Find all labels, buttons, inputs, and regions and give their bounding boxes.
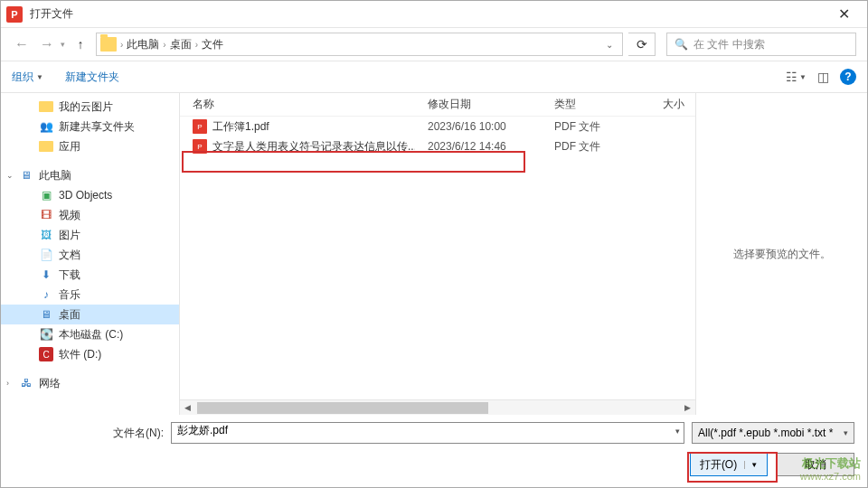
sidebar-item-downloads[interactable]: ⬇下载 [1,265,179,285]
caret-down-icon[interactable]: ▾ [675,427,680,436]
cancel-button[interactable]: 取消 [777,453,854,476]
file-list[interactable]: P工作簿1.pdf 2023/6/16 10:00 PDF 文件 P文字是人类用… [180,117,695,399]
column-date[interactable]: 修改日期 [415,97,542,112]
folder-icon [39,141,53,152]
sidebar-item-cloud-pics[interactable]: 我的云图片 [1,97,179,117]
back-button[interactable]: ← [12,34,32,54]
file-type: PDF 文件 [542,119,650,135]
sidebar-item-desktop[interactable]: 🖥桌面 [1,305,179,324]
pdf-icon: P [193,119,207,134]
breadcrumb-item-desktop[interactable]: 桌面 [170,37,192,52]
sidebar-item-disk-d[interactable]: C软件 (D:) [1,344,179,364]
desktop-icon: 🖥 [39,307,53,322]
3d-icon: ▣ [39,188,53,202]
help-button[interactable]: ? [840,69,856,85]
sidebar-item-shared[interactable]: 👥新建共享文件夹 [1,117,179,136]
sidebar-item-music[interactable]: ♪音乐 [1,285,179,305]
disk-icon: C [39,347,53,361]
search-placeholder: 在 文件 中搜索 [693,37,765,52]
close-button[interactable]: ✕ [826,2,862,27]
new-folder-button[interactable]: 新建文件夹 [65,70,119,85]
history-dropdown-icon[interactable]: ▾ [61,40,65,49]
sidebar-item-this-pc[interactable]: ⌄🖥此电脑 [1,165,179,185]
sidebar-item-disk-c[interactable]: 💽本地磁盘 (C:) [1,324,179,344]
caret-down-icon[interactable]: ▾ [844,428,848,437]
column-headers[interactable]: 名称 修改日期 类型 大小 [180,93,695,117]
download-icon: ⬇ [39,267,53,282]
caret-down-icon[interactable]: ▼ [744,461,758,469]
scrollbar-thumb[interactable] [197,402,488,414]
breadcrumb-item-pc[interactable]: 此电脑 [127,37,159,52]
caret-down-icon: ▼ [799,73,807,81]
chevron-right-icon: › [163,40,165,50]
file-type-filter[interactable]: All(*.pdf *.epub *.mobi *.txt * ▾ [692,422,854,444]
chevron-right-icon[interactable]: › [6,379,9,388]
search-icon: 🔍 [675,38,688,51]
file-row[interactable]: P文字是人类用表义符号记录表达信息以传... 2023/6/12 14:46 P… [180,136,695,156]
picture-icon: 🖼 [39,228,53,242]
file-row[interactable]: P工作簿1.pdf 2023/6/16 10:00 PDF 文件 [180,117,695,136]
video-icon: 🎞 [39,208,53,222]
window-title: 打开文件 [30,6,826,22]
disk-icon: 💽 [39,327,53,342]
music-icon: ♪ [39,287,53,302]
network-icon: 🖧 [19,376,33,390]
sidebar: 我的云图片 👥新建共享文件夹 应用 ⌄🖥此电脑 ▣3D Objects 🎞视频 … [1,93,180,415]
filename-input[interactable]: 彭龙娇.pdf ▾ [171,422,684,444]
chevron-right-icon: › [195,40,198,50]
pc-icon: 🖥 [19,168,33,183]
horizontal-scrollbar[interactable]: ◀ ▶ [180,399,695,415]
column-type[interactable]: 类型 [542,97,650,112]
chevron-down-icon[interactable]: ⌄ [6,171,14,180]
breadcrumb-item-folder[interactable]: 文件 [202,37,223,52]
file-date: 2023/6/12 14:46 [415,140,542,153]
refresh-button[interactable]: ⟳ [628,33,656,56]
file-type: PDF 文件 [542,139,650,155]
filename-label: 文件名(N): [113,426,164,441]
column-size[interactable]: 大小 [650,97,695,112]
folder-icon [100,37,117,52]
breadcrumb[interactable]: › 此电脑 › 桌面 › 文件 ⌄ [96,33,623,56]
chevron-right-icon: › [120,40,123,50]
pdf-icon: P [193,139,207,154]
sidebar-item-network[interactable]: ›🖧网络 [1,373,179,393]
preview-pane-toggle[interactable]: ◫ [817,70,829,84]
forward-button[interactable]: → [37,34,57,54]
view-menu[interactable]: ☷ ▼ [786,70,807,84]
organize-menu[interactable]: 组织▼ [12,70,43,85]
scroll-left-icon[interactable]: ◀ [180,400,195,416]
document-icon: 📄 [39,248,53,262]
sidebar-item-documents[interactable]: 📄文档 [1,245,179,265]
scroll-right-icon[interactable]: ▶ [680,400,695,416]
file-date: 2023/6/16 10:00 [415,120,542,133]
preview-pane: 选择要预览的文件。 [695,93,867,415]
search-input[interactable]: 🔍 在 文件 中搜索 [666,33,856,56]
breadcrumb-dropdown-icon[interactable]: ⌄ [600,40,618,50]
sidebar-item-3d[interactable]: ▣3D Objects [1,185,179,205]
folder-icon [39,101,53,112]
share-icon: 👥 [39,119,53,134]
sidebar-item-apps[interactable]: 应用 [1,136,179,156]
open-button[interactable]: 打开(O)▼ [690,453,768,476]
up-button[interactable]: ↑ [71,34,90,54]
sidebar-item-videos[interactable]: 🎞视频 [1,205,179,225]
app-icon: P [6,6,23,23]
column-name[interactable]: 名称 [180,97,415,112]
caret-down-icon: ▼ [36,73,43,81]
sidebar-item-pictures[interactable]: 🖼图片 [1,225,179,245]
